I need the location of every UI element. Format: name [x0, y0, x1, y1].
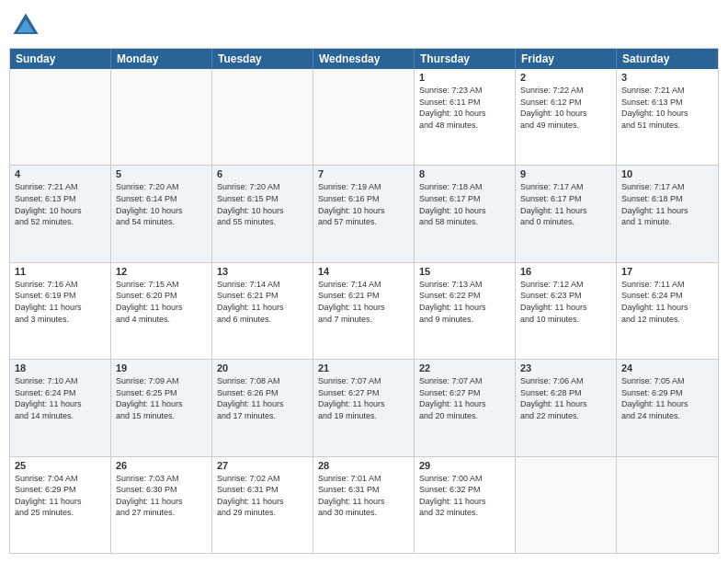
calendar-cell: 29Sunrise: 7:00 AM Sunset: 6:32 PM Dayli…: [415, 457, 516, 553]
calendar-cell: 4Sunrise: 7:21 AM Sunset: 6:13 PM Daylig…: [10, 166, 111, 261]
cell-info: Sunrise: 7:13 AM Sunset: 6:22 PM Dayligh…: [419, 279, 510, 325]
calendar-cell: 28Sunrise: 7:01 AM Sunset: 6:31 PM Dayli…: [313, 457, 415, 553]
calendar-cell: 7Sunrise: 7:19 AM Sunset: 6:16 PM Daylig…: [313, 166, 415, 261]
calendar-cell: [10, 69, 111, 165]
calendar-header-day: Tuesday: [212, 49, 313, 69]
calendar-row: 1Sunrise: 7:23 AM Sunset: 6:11 PM Daylig…: [10, 69, 718, 166]
calendar-cell: [111, 69, 212, 165]
day-number: 24: [621, 362, 713, 373]
cell-info: Sunrise: 7:11 AM Sunset: 6:24 PM Dayligh…: [621, 279, 713, 325]
calendar: SundayMondayTuesdayWednesdayThursdayFrid…: [9, 48, 719, 554]
day-number: 28: [318, 460, 409, 471]
calendar-cell: 27Sunrise: 7:02 AM Sunset: 6:31 PM Dayli…: [212, 457, 313, 553]
calendar-cell: 18Sunrise: 7:10 AM Sunset: 6:24 PM Dayli…: [10, 360, 111, 455]
cell-info: Sunrise: 7:08 AM Sunset: 6:26 PM Dayligh…: [217, 375, 308, 421]
day-number: 6: [217, 168, 308, 179]
day-number: 8: [419, 168, 510, 179]
cell-info: Sunrise: 7:19 AM Sunset: 6:16 PM Dayligh…: [318, 181, 409, 227]
calendar-cell: 3Sunrise: 7:21 AM Sunset: 6:13 PM Daylig…: [617, 69, 718, 165]
header: [9, 9, 719, 42]
day-number: 27: [217, 460, 308, 471]
calendar-cell: 16Sunrise: 7:12 AM Sunset: 6:23 PM Dayli…: [516, 263, 617, 359]
day-number: 9: [520, 168, 611, 179]
day-number: 19: [116, 362, 207, 373]
calendar-cell: 2Sunrise: 7:22 AM Sunset: 6:12 PM Daylig…: [516, 69, 617, 165]
cell-info: Sunrise: 7:03 AM Sunset: 6:30 PM Dayligh…: [116, 473, 207, 519]
calendar-cell: 15Sunrise: 7:13 AM Sunset: 6:22 PM Dayli…: [415, 263, 516, 359]
cell-info: Sunrise: 7:17 AM Sunset: 6:18 PM Dayligh…: [621, 181, 713, 227]
cell-info: Sunrise: 7:07 AM Sunset: 6:27 PM Dayligh…: [318, 375, 409, 421]
cell-info: Sunrise: 7:02 AM Sunset: 6:31 PM Dayligh…: [217, 473, 308, 519]
cell-info: Sunrise: 7:23 AM Sunset: 6:11 PM Dayligh…: [419, 85, 510, 131]
calendar-cell: [212, 69, 313, 165]
day-number: 15: [419, 266, 510, 277]
calendar-cell: 14Sunrise: 7:14 AM Sunset: 6:21 PM Dayli…: [313, 263, 415, 359]
day-number: 10: [621, 168, 713, 179]
calendar-header-day: Saturday: [617, 49, 718, 69]
day-number: 4: [15, 168, 106, 179]
cell-info: Sunrise: 7:01 AM Sunset: 6:31 PM Dayligh…: [318, 473, 409, 519]
calendar-cell: 10Sunrise: 7:17 AM Sunset: 6:18 PM Dayli…: [617, 166, 718, 261]
calendar-body: 1Sunrise: 7:23 AM Sunset: 6:11 PM Daylig…: [10, 69, 718, 553]
day-number: 5: [116, 168, 207, 179]
calendar-header-day: Friday: [516, 49, 617, 69]
calendar-cell: [617, 457, 718, 553]
calendar-cell: 22Sunrise: 7:07 AM Sunset: 6:27 PM Dayli…: [415, 360, 516, 455]
cell-info: Sunrise: 7:21 AM Sunset: 6:13 PM Dayligh…: [15, 181, 106, 227]
day-number: 29: [419, 460, 510, 471]
cell-info: Sunrise: 7:07 AM Sunset: 6:27 PM Dayligh…: [419, 375, 510, 421]
calendar-cell: 6Sunrise: 7:20 AM Sunset: 6:15 PM Daylig…: [212, 166, 313, 261]
day-number: 26: [116, 460, 207, 471]
day-number: 21: [318, 362, 409, 373]
cell-info: Sunrise: 7:16 AM Sunset: 6:19 PM Dayligh…: [15, 279, 106, 325]
cell-info: Sunrise: 7:06 AM Sunset: 6:28 PM Dayligh…: [520, 375, 611, 421]
cell-info: Sunrise: 7:14 AM Sunset: 6:21 PM Dayligh…: [217, 279, 308, 325]
day-number: 12: [116, 266, 207, 277]
day-number: 7: [318, 168, 409, 179]
day-number: 14: [318, 266, 409, 277]
calendar-header-day: Monday: [111, 49, 212, 69]
cell-info: Sunrise: 7:21 AM Sunset: 6:13 PM Dayligh…: [621, 85, 713, 131]
cell-info: Sunrise: 7:18 AM Sunset: 6:17 PM Dayligh…: [419, 181, 510, 227]
calendar-header-day: Sunday: [10, 49, 111, 69]
day-number: 22: [419, 362, 510, 373]
calendar-cell: 9Sunrise: 7:17 AM Sunset: 6:17 PM Daylig…: [516, 166, 617, 261]
cell-info: Sunrise: 7:00 AM Sunset: 6:32 PM Dayligh…: [419, 473, 510, 519]
calendar-cell: 12Sunrise: 7:15 AM Sunset: 6:20 PM Dayli…: [111, 263, 212, 359]
calendar-cell: 17Sunrise: 7:11 AM Sunset: 6:24 PM Dayli…: [617, 263, 718, 359]
cell-info: Sunrise: 7:05 AM Sunset: 6:29 PM Dayligh…: [621, 375, 713, 421]
day-number: 17: [621, 266, 713, 277]
cell-info: Sunrise: 7:09 AM Sunset: 6:25 PM Dayligh…: [116, 375, 207, 421]
calendar-row: 18Sunrise: 7:10 AM Sunset: 6:24 PM Dayli…: [10, 360, 718, 456]
cell-info: Sunrise: 7:12 AM Sunset: 6:23 PM Dayligh…: [520, 279, 611, 325]
day-number: 18: [15, 362, 106, 373]
calendar-cell: 13Sunrise: 7:14 AM Sunset: 6:21 PM Dayli…: [212, 263, 313, 359]
calendar-cell: 19Sunrise: 7:09 AM Sunset: 6:25 PM Dayli…: [111, 360, 212, 455]
calendar-cell: 1Sunrise: 7:23 AM Sunset: 6:11 PM Daylig…: [415, 69, 516, 165]
calendar-cell: 25Sunrise: 7:04 AM Sunset: 6:29 PM Dayli…: [10, 457, 111, 553]
calendar-row: 25Sunrise: 7:04 AM Sunset: 6:29 PM Dayli…: [10, 457, 718, 553]
cell-info: Sunrise: 7:20 AM Sunset: 6:15 PM Dayligh…: [217, 181, 308, 227]
page: SundayMondayTuesdayWednesdayThursdayFrid…: [0, 0, 728, 563]
calendar-cell: 21Sunrise: 7:07 AM Sunset: 6:27 PM Dayli…: [313, 360, 415, 455]
day-number: 25: [15, 460, 106, 471]
logo-icon: [9, 9, 42, 42]
calendar-cell: [313, 69, 415, 165]
day-number: 20: [217, 362, 308, 373]
calendar-cell: 24Sunrise: 7:05 AM Sunset: 6:29 PM Dayli…: [617, 360, 718, 455]
day-number: 13: [217, 266, 308, 277]
calendar-header: SundayMondayTuesdayWednesdayThursdayFrid…: [10, 49, 718, 69]
calendar-cell: 5Sunrise: 7:20 AM Sunset: 6:14 PM Daylig…: [111, 166, 212, 261]
cell-info: Sunrise: 7:22 AM Sunset: 6:12 PM Dayligh…: [520, 85, 611, 131]
calendar-row: 4Sunrise: 7:21 AM Sunset: 6:13 PM Daylig…: [10, 166, 718, 262]
cell-info: Sunrise: 7:17 AM Sunset: 6:17 PM Dayligh…: [520, 181, 611, 227]
calendar-cell: 11Sunrise: 7:16 AM Sunset: 6:19 PM Dayli…: [10, 263, 111, 359]
calendar-header-day: Wednesday: [313, 49, 415, 69]
calendar-cell: 23Sunrise: 7:06 AM Sunset: 6:28 PM Dayli…: [516, 360, 617, 455]
cell-info: Sunrise: 7:15 AM Sunset: 6:20 PM Dayligh…: [116, 279, 207, 325]
calendar-cell: [516, 457, 617, 553]
day-number: 11: [15, 266, 106, 277]
day-number: 3: [621, 72, 713, 83]
calendar-cell: 26Sunrise: 7:03 AM Sunset: 6:30 PM Dayli…: [111, 457, 212, 553]
day-number: 2: [520, 72, 611, 83]
